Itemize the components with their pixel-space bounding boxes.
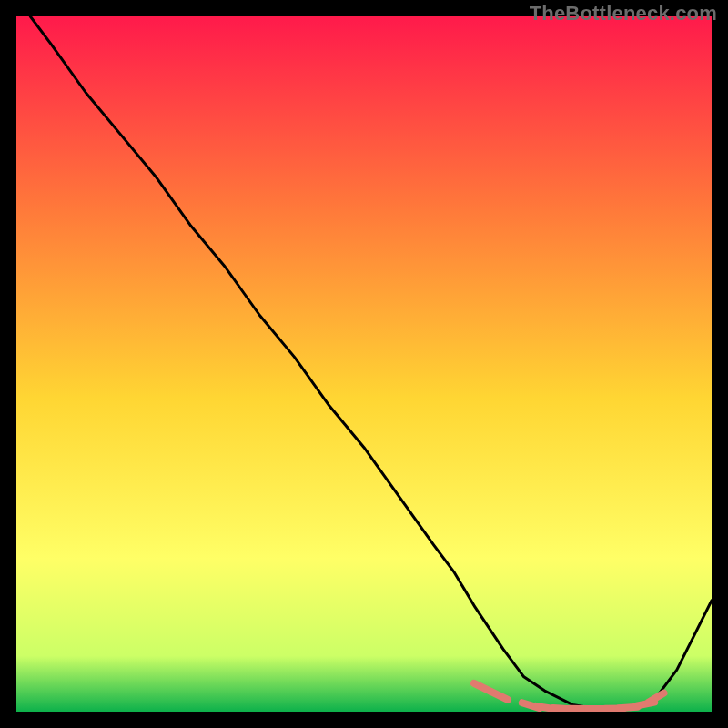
gradient-background [16,16,712,712]
chart-frame [16,16,712,712]
watermark-text: TheBottleneck.com [530,2,717,25]
plot-area [16,16,712,712]
